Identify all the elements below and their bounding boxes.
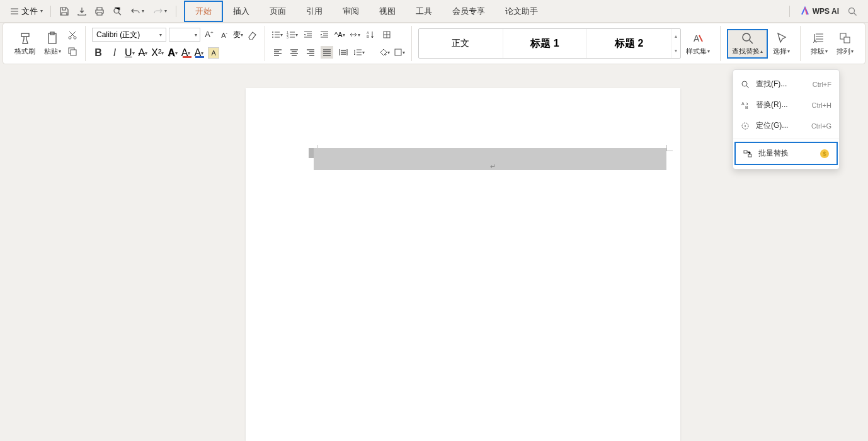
align-justify-button[interactable] [321, 46, 333, 59]
align-justify-icon [323, 48, 331, 57]
distributed-button[interactable] [337, 46, 350, 59]
char-shading-button[interactable]: A [207, 47, 220, 59]
numbering-icon: 123 [287, 30, 295, 39]
dropdown-batch-replace[interactable]: 批量替换 $ [734, 142, 838, 165]
strikethrough-button[interactable]: A▾ [139, 47, 148, 59]
find-replace-button[interactable]: 查找替换▴ [727, 29, 768, 59]
preview-icon [112, 6, 122, 16]
cursor-icon [775, 32, 789, 45]
svg-text:A: A [741, 101, 745, 106]
font-highlight-button[interactable]: A▾ [181, 47, 191, 59]
font-color-button[interactable]: A▾ [194, 47, 203, 59]
dropdown-find[interactable]: 查找(F)... Ctrl+F [733, 74, 839, 94]
grow-font-button[interactable]: A+ [203, 28, 215, 41]
italic-button[interactable]: I [108, 47, 121, 59]
format-painter-button[interactable]: 格式刷 [11, 30, 39, 57]
shrink-font-button[interactable]: A- [218, 28, 231, 41]
tab-member[interactable]: 会员专享 [442, 2, 495, 21]
text-effects-button[interactable]: A▾ [168, 47, 178, 59]
align-left-button[interactable] [271, 46, 284, 59]
undo-icon [130, 6, 140, 16]
print-button[interactable] [94, 6, 105, 17]
save-button[interactable] [59, 6, 70, 17]
select-button[interactable]: 选择▾ [769, 30, 794, 57]
style-heading2[interactable]: 标题 2 [587, 29, 671, 58]
font-name-select[interactable]: Calibri (正文)▾ [92, 28, 166, 42]
svg-point-1 [849, 8, 855, 13]
export-icon [77, 6, 87, 16]
svg-text:B: B [367, 35, 369, 38]
text-direction-button[interactable]: ▾ [349, 30, 360, 39]
distributed-icon [339, 48, 348, 57]
align-right-button[interactable] [304, 46, 317, 59]
search-icon [741, 32, 755, 45]
dropdown-goto[interactable]: 定位(G)... Ctrl+G [733, 115, 839, 136]
underline-button[interactable]: U▾ [125, 47, 135, 59]
svg-text:A: A [694, 33, 700, 43]
chevron-down-icon: ▾ [142, 8, 144, 14]
tab-reference[interactable]: 引用 [296, 2, 333, 21]
tab-view[interactable]: 视图 [369, 2, 406, 21]
wps-ai-button[interactable]: WPS AI [800, 6, 839, 16]
svg-point-8 [272, 32, 273, 33]
sort-button[interactable]: AB [364, 28, 377, 41]
style-normal[interactable]: 正文 [419, 29, 503, 58]
style-heading1[interactable]: 标题 1 [503, 29, 588, 58]
redo-button[interactable]: ▾ [152, 5, 168, 18]
layout-button[interactable]: A 排版▾ [807, 30, 831, 57]
sort-icon: AB [366, 30, 375, 39]
tab-tools[interactable]: 工具 [406, 2, 442, 21]
svg-rect-17 [395, 49, 401, 55]
copy-button[interactable] [66, 45, 79, 58]
indent-icon [320, 30, 329, 39]
svg-point-4 [69, 37, 71, 39]
tab-review[interactable]: 审阅 [333, 2, 369, 21]
shading-button[interactable]: ▾ [379, 48, 390, 57]
bullets-button[interactable]: ▾ [271, 30, 283, 39]
numbering-button[interactable]: 123▾ [287, 30, 298, 39]
paste-button[interactable]: 粘贴▾ [40, 30, 65, 57]
line-spacing-icon [353, 48, 362, 57]
gallery-up[interactable]: ▴ [671, 29, 680, 43]
svg-text:B: B [745, 105, 748, 110]
file-menu[interactable]: 文件 ▾ [5, 3, 48, 20]
export-button[interactable] [76, 6, 88, 17]
increase-indent-button[interactable] [318, 28, 331, 41]
page[interactable]: ↵ [246, 88, 680, 441]
align-right-icon [306, 48, 315, 57]
decrease-indent-button[interactable] [302, 28, 314, 41]
tab-insert[interactable]: 插入 [223, 2, 260, 21]
layout-icon: A [813, 32, 826, 45]
clear-format-button[interactable] [246, 28, 258, 41]
cut-button[interactable] [66, 29, 79, 42]
arrange-icon [838, 32, 852, 45]
margin-marker [666, 145, 673, 151]
align-center-icon [290, 48, 299, 57]
char-scale-button[interactable]: ^A▾ [334, 31, 345, 38]
tab-home[interactable]: 开始 [184, 1, 223, 22]
pilcrow-icon [382, 30, 391, 39]
bold-button[interactable]: B [92, 47, 105, 59]
svg-text:3: 3 [287, 35, 288, 39]
redo-icon [153, 6, 163, 16]
dropdown-replace[interactable]: AB 替换(R)... Ctrl+H [733, 94, 839, 115]
styles-gallery[interactable]: 正文 标题 1 标题 2 ▴ ▾ [418, 28, 681, 59]
tab-thesis[interactable]: 论文助手 [495, 2, 548, 21]
show-marks-button[interactable] [380, 28, 393, 41]
font-size-select[interactable]: ▾ [169, 28, 200, 42]
svg-rect-29 [748, 154, 751, 157]
line-spacing-button[interactable]: ▾ [353, 48, 365, 57]
arrange-button[interactable]: 排列▾ [833, 30, 857, 57]
gallery-down[interactable]: ▾ [671, 43, 680, 58]
preview-button[interactable] [111, 6, 123, 17]
bucket-icon [379, 48, 387, 57]
svg-rect-22 [844, 37, 850, 43]
superscript-button[interactable]: X²▾ [151, 47, 164, 59]
tab-page[interactable]: 页面 [260, 2, 296, 21]
align-center-button[interactable] [288, 46, 300, 59]
phonetic-button[interactable]: 变▾ [233, 30, 243, 40]
undo-button[interactable]: ▾ [129, 5, 146, 18]
borders-button[interactable]: ▾ [394, 48, 405, 57]
search-button[interactable] [847, 6, 858, 17]
style-set-button[interactable]: A 样式集▾ [682, 30, 714, 57]
